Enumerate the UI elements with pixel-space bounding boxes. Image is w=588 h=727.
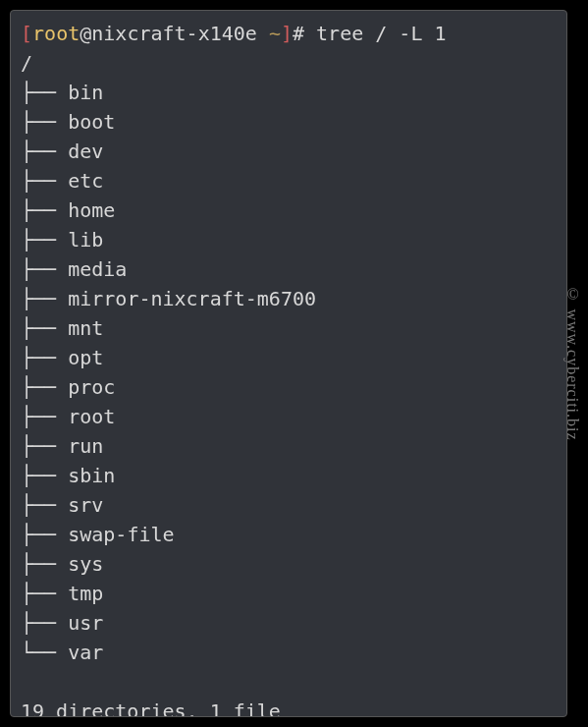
tree-branch-icon: ├── — [21, 493, 68, 517]
tree-entry-name: sys — [68, 552, 103, 576]
tree-entry: ├── media — [21, 254, 557, 284]
tree-entry: ├── boot — [21, 107, 557, 137]
tree-root: / — [21, 48, 557, 78]
tree-entry: ├── swap-file — [21, 520, 557, 549]
tree-entry: ├── dev — [21, 137, 557, 166]
tree-branch-icon: ├── — [21, 316, 68, 340]
tree-branch-icon: └── — [21, 641, 68, 664]
tree-entry: ├── usr — [21, 608, 557, 638]
tree-branch-icon: ├── — [21, 434, 68, 458]
tree-entry: ├── home — [21, 196, 557, 225]
tree-branch-icon: ├── — [21, 110, 68, 134]
tree-branch-icon: ├── — [21, 523, 68, 546]
tree-entry-name: home — [68, 198, 115, 222]
blank-line — [21, 667, 557, 697]
tree-branch-icon: ├── — [21, 169, 68, 193]
tree-entry: ├── bin — [21, 78, 557, 107]
tree-entry-name: tmp — [68, 582, 103, 605]
tree-entry: ├── lib — [21, 225, 557, 254]
tree-entry: ├── opt — [21, 343, 557, 372]
prompt-cwd: ~ — [269, 22, 281, 45]
tree-entry-name: lib — [68, 228, 103, 252]
tree-entry-name: var — [68, 641, 103, 664]
tree-branch-icon: ├── — [21, 228, 68, 252]
tree-entry-name: usr — [68, 611, 103, 635]
tree-entry-name: dev — [68, 140, 103, 163]
tree-entry: ├── root — [21, 402, 557, 431]
command-text: tree / -L 1 — [316, 22, 446, 45]
tree-entry: ├── etc — [21, 166, 557, 196]
tree-entry-name: run — [68, 434, 103, 458]
tree-entry-name: srv — [68, 493, 103, 517]
tree-entry-name: boot — [68, 110, 115, 134]
tree-branch-icon: ├── — [21, 198, 68, 222]
tree-branch-icon: ├── — [21, 140, 68, 163]
tree-branch-icon: ├── — [21, 611, 68, 635]
tree-entry-name: sbin — [68, 464, 115, 487]
watermark-text: © www.cyberciti.biz — [561, 286, 584, 440]
tree-entry-name: mnt — [68, 316, 103, 340]
tree-entry-name: mirror-nixcraft-m6700 — [68, 287, 316, 310]
tree-entry: ├── run — [21, 431, 557, 461]
tree-entry-name: root — [68, 405, 115, 428]
tree-branch-icon: ├── — [21, 346, 68, 369]
prompt-bracket-close: ] — [281, 22, 293, 45]
tree-entry: ├── tmp — [21, 579, 557, 608]
tree-output: ├── bin├── boot├── dev├── etc├── home├──… — [21, 78, 557, 667]
tree-entry: ├── srv — [21, 490, 557, 520]
prompt-host: @nixcraft-x140e — [80, 22, 269, 45]
tree-entry-name: proc — [68, 375, 115, 399]
tree-entry-name: swap-file — [68, 523, 174, 546]
tree-branch-icon: ├── — [21, 464, 68, 487]
tree-summary: 19 directories, 1 file — [21, 697, 557, 717]
tree-branch-icon: ├── — [21, 257, 68, 281]
tree-entry: ├── mirror-nixcraft-m6700 — [21, 284, 557, 313]
tree-entry: └── var — [21, 638, 557, 667]
tree-entry-name: bin — [68, 81, 103, 104]
prompt-bracket-open: [ — [21, 22, 32, 45]
tree-entry: ├── proc — [21, 372, 557, 402]
tree-branch-icon: ├── — [21, 582, 68, 605]
tree-entry-name: media — [68, 257, 127, 281]
tree-entry: ├── sys — [21, 549, 557, 579]
tree-entry: ├── sbin — [21, 461, 557, 490]
tree-branch-icon: ├── — [21, 552, 68, 576]
terminal-window[interactable]: [root@nixcraft-x140e ~]# tree / -L 1 / ├… — [10, 10, 567, 717]
tree-branch-icon: ├── — [21, 287, 68, 310]
tree-entry-name: opt — [68, 346, 103, 369]
tree-branch-icon: ├── — [21, 405, 68, 428]
tree-entry: ├── mnt — [21, 313, 557, 343]
prompt-line-1: [root@nixcraft-x140e ~]# tree / -L 1 — [21, 19, 557, 48]
tree-branch-icon: ├── — [21, 81, 68, 104]
prompt-hash: # — [293, 22, 316, 45]
prompt-user: root — [32, 22, 80, 45]
tree-branch-icon: ├── — [21, 375, 68, 399]
tree-entry-name: etc — [68, 169, 103, 193]
